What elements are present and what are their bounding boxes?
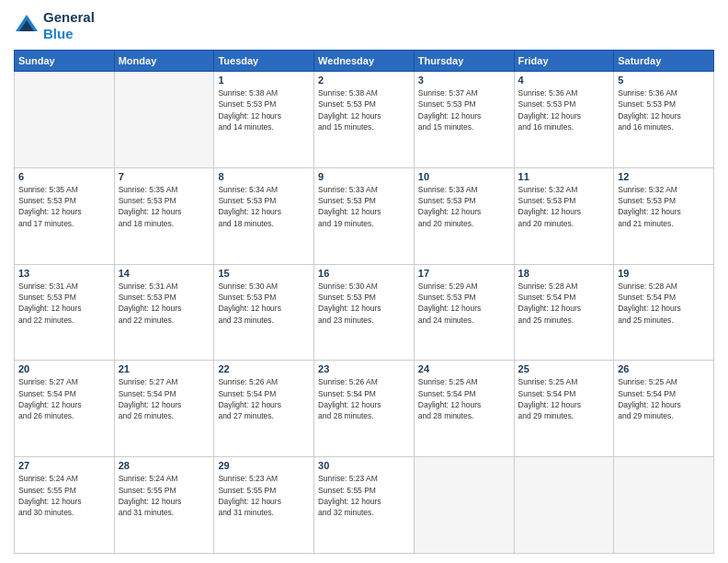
calendar-cell: 2Sunrise: 5:38 AM Sunset: 5:53 PM Daylig…	[314, 72, 415, 168]
day-number: 19	[618, 268, 710, 279]
weekday-header-thursday: Thursday	[414, 51, 514, 72]
cell-info: Sunrise: 5:38 AM Sunset: 5:53 PM Dayligh…	[218, 87, 310, 132]
weekday-header-friday: Friday	[514, 51, 614, 72]
calendar-cell: 24Sunrise: 5:25 AM Sunset: 5:54 PM Dayli…	[414, 361, 514, 457]
calendar-cell: 18Sunrise: 5:28 AM Sunset: 5:54 PM Dayli…	[514, 264, 614, 361]
day-number: 1	[218, 75, 310, 86]
calendar-week-2: 6Sunrise: 5:35 AM Sunset: 5:53 PM Daylig…	[15, 167, 714, 264]
cell-info: Sunrise: 5:25 AM Sunset: 5:54 PM Dayligh…	[618, 376, 710, 421]
day-number: 16	[318, 268, 410, 279]
day-number: 18	[518, 268, 610, 279]
logo-icon	[14, 13, 40, 39]
day-number: 24	[418, 363, 510, 374]
day-number: 4	[518, 75, 610, 86]
cell-info: Sunrise: 5:31 AM Sunset: 5:53 PM Dayligh…	[119, 281, 210, 326]
weekday-header-tuesday: Tuesday	[214, 51, 314, 72]
day-number: 21	[119, 363, 210, 374]
day-number: 9	[318, 171, 410, 182]
day-number: 20	[18, 363, 110, 374]
calendar-cell: 16Sunrise: 5:30 AM Sunset: 5:53 PM Dayli…	[314, 264, 415, 361]
calendar-cell: 6Sunrise: 5:35 AM Sunset: 5:53 PM Daylig…	[15, 167, 115, 264]
cell-info: Sunrise: 5:24 AM Sunset: 5:55 PM Dayligh…	[119, 473, 210, 518]
calendar-week-3: 13Sunrise: 5:31 AM Sunset: 5:53 PM Dayli…	[15, 264, 714, 361]
weekday-header-wednesday: Wednesday	[314, 51, 415, 72]
calendar-cell: 26Sunrise: 5:25 AM Sunset: 5:54 PM Dayli…	[614, 361, 714, 457]
cell-info: Sunrise: 5:33 AM Sunset: 5:53 PM Dayligh…	[418, 184, 510, 229]
cell-info: Sunrise: 5:38 AM Sunset: 5:53 PM Dayligh…	[318, 87, 410, 132]
day-number: 15	[218, 268, 310, 279]
day-number: 6	[18, 171, 110, 182]
calendar-cell: 10Sunrise: 5:33 AM Sunset: 5:53 PM Dayli…	[414, 167, 514, 264]
weekday-header-monday: Monday	[114, 51, 214, 72]
calendar-cell: 29Sunrise: 5:23 AM Sunset: 5:55 PM Dayli…	[214, 457, 314, 554]
day-number: 8	[218, 171, 310, 182]
calendar-cell: 30Sunrise: 5:23 AM Sunset: 5:55 PM Dayli…	[314, 457, 415, 554]
day-number: 23	[318, 363, 410, 374]
calendar-cell: 14Sunrise: 5:31 AM Sunset: 5:53 PM Dayli…	[114, 264, 214, 361]
page: General Blue SundayMondayTuesdayWednesda…	[0, 0, 728, 563]
header: General Blue	[14, 9, 714, 42]
cell-info: Sunrise: 5:33 AM Sunset: 5:53 PM Dayligh…	[318, 184, 410, 229]
cell-info: Sunrise: 5:23 AM Sunset: 5:55 PM Dayligh…	[218, 473, 310, 518]
cell-info: Sunrise: 5:36 AM Sunset: 5:53 PM Dayligh…	[518, 87, 610, 132]
calendar-cell: 21Sunrise: 5:27 AM Sunset: 5:54 PM Dayli…	[114, 361, 214, 457]
calendar-cell: 15Sunrise: 5:30 AM Sunset: 5:53 PM Dayli…	[214, 264, 314, 361]
weekday-header-row: SundayMondayTuesdayWednesdayThursdayFrid…	[15, 51, 714, 72]
calendar-cell	[15, 72, 115, 168]
calendar-week-5: 27Sunrise: 5:24 AM Sunset: 5:55 PM Dayli…	[15, 457, 714, 554]
calendar-cell: 13Sunrise: 5:31 AM Sunset: 5:53 PM Dayli…	[15, 264, 115, 361]
cell-info: Sunrise: 5:32 AM Sunset: 5:53 PM Dayligh…	[518, 184, 610, 229]
calendar-cell: 4Sunrise: 5:36 AM Sunset: 5:53 PM Daylig…	[514, 72, 614, 168]
cell-info: Sunrise: 5:25 AM Sunset: 5:54 PM Dayligh…	[418, 376, 510, 421]
calendar-cell	[514, 457, 614, 554]
cell-info: Sunrise: 5:26 AM Sunset: 5:54 PM Dayligh…	[218, 376, 310, 421]
cell-info: Sunrise: 5:30 AM Sunset: 5:53 PM Dayligh…	[218, 281, 310, 326]
cell-info: Sunrise: 5:29 AM Sunset: 5:53 PM Dayligh…	[418, 281, 510, 326]
cell-info: Sunrise: 5:35 AM Sunset: 5:53 PM Dayligh…	[119, 184, 210, 229]
calendar-cell: 9Sunrise: 5:33 AM Sunset: 5:53 PM Daylig…	[314, 167, 415, 264]
cell-info: Sunrise: 5:25 AM Sunset: 5:54 PM Dayligh…	[518, 376, 610, 421]
day-number: 7	[119, 171, 210, 182]
calendar-cell: 27Sunrise: 5:24 AM Sunset: 5:55 PM Dayli…	[15, 457, 115, 554]
calendar-cell: 5Sunrise: 5:36 AM Sunset: 5:53 PM Daylig…	[614, 72, 714, 168]
cell-info: Sunrise: 5:24 AM Sunset: 5:55 PM Dayligh…	[18, 473, 110, 518]
calendar-cell: 7Sunrise: 5:35 AM Sunset: 5:53 PM Daylig…	[114, 167, 214, 264]
cell-info: Sunrise: 5:37 AM Sunset: 5:53 PM Dayligh…	[418, 87, 510, 132]
cell-info: Sunrise: 5:23 AM Sunset: 5:55 PM Dayligh…	[318, 473, 410, 518]
calendar-cell: 19Sunrise: 5:28 AM Sunset: 5:54 PM Dayli…	[614, 264, 714, 361]
cell-info: Sunrise: 5:32 AM Sunset: 5:53 PM Dayligh…	[618, 184, 710, 229]
weekday-header-sunday: Sunday	[15, 51, 115, 72]
day-number: 11	[518, 171, 610, 182]
cell-info: Sunrise: 5:34 AM Sunset: 5:53 PM Dayligh…	[218, 184, 310, 229]
day-number: 13	[18, 268, 110, 279]
calendar-cell: 17Sunrise: 5:29 AM Sunset: 5:53 PM Dayli…	[414, 264, 514, 361]
calendar-cell	[614, 457, 714, 554]
cell-info: Sunrise: 5:27 AM Sunset: 5:54 PM Dayligh…	[119, 376, 210, 421]
calendar-cell	[114, 72, 214, 168]
day-number: 28	[119, 460, 210, 471]
cell-info: Sunrise: 5:28 AM Sunset: 5:54 PM Dayligh…	[518, 281, 610, 326]
calendar-cell: 22Sunrise: 5:26 AM Sunset: 5:54 PM Dayli…	[214, 361, 314, 457]
calendar-cell: 20Sunrise: 5:27 AM Sunset: 5:54 PM Dayli…	[15, 361, 115, 457]
logo-text: General Blue	[43, 9, 95, 42]
calendar-cell: 12Sunrise: 5:32 AM Sunset: 5:53 PM Dayli…	[614, 167, 714, 264]
calendar-cell: 25Sunrise: 5:25 AM Sunset: 5:54 PM Dayli…	[514, 361, 614, 457]
calendar-cell: 1Sunrise: 5:38 AM Sunset: 5:53 PM Daylig…	[214, 72, 314, 168]
cell-info: Sunrise: 5:27 AM Sunset: 5:54 PM Dayligh…	[18, 376, 110, 421]
logo: General Blue	[14, 9, 95, 42]
cell-info: Sunrise: 5:30 AM Sunset: 5:53 PM Dayligh…	[318, 281, 410, 326]
cell-info: Sunrise: 5:36 AM Sunset: 5:53 PM Dayligh…	[618, 87, 710, 132]
calendar-cell: 8Sunrise: 5:34 AM Sunset: 5:53 PM Daylig…	[214, 167, 314, 264]
calendar-week-4: 20Sunrise: 5:27 AM Sunset: 5:54 PM Dayli…	[15, 361, 714, 457]
calendar-week-1: 1Sunrise: 5:38 AM Sunset: 5:53 PM Daylig…	[15, 72, 714, 168]
calendar-cell: 28Sunrise: 5:24 AM Sunset: 5:55 PM Dayli…	[114, 457, 214, 554]
calendar-table: SundayMondayTuesdayWednesdayThursdayFrid…	[14, 50, 714, 554]
day-number: 27	[18, 460, 110, 471]
day-number: 3	[418, 75, 510, 86]
day-number: 22	[218, 363, 310, 374]
cell-info: Sunrise: 5:28 AM Sunset: 5:54 PM Dayligh…	[618, 281, 710, 326]
day-number: 30	[318, 460, 410, 471]
day-number: 12	[618, 171, 710, 182]
day-number: 26	[618, 363, 710, 374]
day-number: 5	[618, 75, 710, 86]
